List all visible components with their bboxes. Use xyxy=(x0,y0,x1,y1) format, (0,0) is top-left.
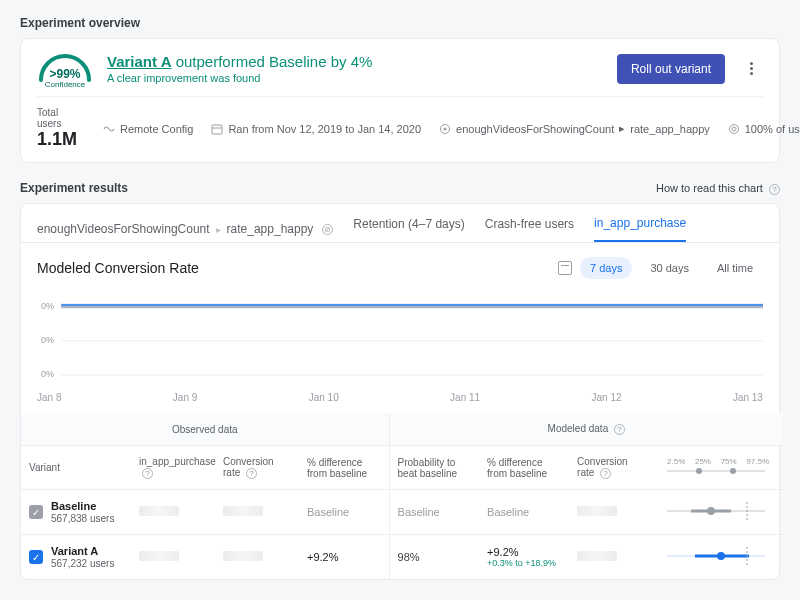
more-menu-button[interactable] xyxy=(739,57,763,81)
col-confidence-interval: 2.5%25%75%97.5% xyxy=(653,446,783,490)
calendar-icon xyxy=(211,123,223,135)
overview-headline: Variant A outperformed Baseline by 4% A … xyxy=(107,53,603,84)
tab-retention[interactable]: Retention (4–7 days) xyxy=(353,217,464,241)
results-card: enoughVideosForShowingCount ▸ rate_app_h… xyxy=(20,203,780,580)
calendar-icon[interactable] xyxy=(558,261,572,275)
results-table: Observed data Modeled data ? Variant in_… xyxy=(21,413,783,579)
variant-checkbox[interactable]: ✓ xyxy=(29,550,43,564)
col-conversion: Conversion rate ? xyxy=(215,446,299,490)
svg-rect-1 xyxy=(212,125,222,134)
modeled-data-header: Modeled data ? xyxy=(389,413,783,446)
col-probability: Probability to beat baseline xyxy=(389,446,479,490)
confidence-sparkline xyxy=(653,490,783,535)
observed-data-header: Observed data xyxy=(21,413,389,446)
redacted-value xyxy=(577,551,617,561)
svg-text:0%: 0% xyxy=(41,301,54,311)
col-diff-modeled: % difference from baseline xyxy=(479,446,569,490)
svg-point-6 xyxy=(732,127,736,131)
range-30-days[interactable]: 30 days xyxy=(640,257,699,279)
target-icon xyxy=(439,123,451,135)
help-icon[interactable]: ? xyxy=(142,468,153,479)
range-all-time[interactable]: All time xyxy=(707,257,763,279)
remote-config-icon xyxy=(103,123,115,135)
results-tabs: enoughVideosForShowingCount ▸ rate_app_h… xyxy=(21,204,779,243)
confidence-gauge: >99% Confidence xyxy=(37,54,93,84)
redacted-value xyxy=(577,506,617,516)
tab-crumb-event[interactable]: rate_app_happy xyxy=(227,222,314,236)
breadcrumb-sep-icon: ▸ xyxy=(619,122,625,135)
winning-variant-link[interactable]: Variant A xyxy=(107,53,171,70)
confidence-label: Confidence xyxy=(37,80,93,89)
overview-section-label: Experiment overview xyxy=(20,16,780,30)
redacted-value xyxy=(223,506,263,516)
chart-title: Modeled Conversion Rate xyxy=(37,260,199,276)
results-section-label: Experiment results xyxy=(20,181,128,195)
svg-point-17 xyxy=(696,468,702,474)
tab-crash-free[interactable]: Crash-free users xyxy=(485,217,574,241)
col-iap: in_app_purchase ? xyxy=(131,446,215,490)
svg-point-5 xyxy=(729,124,738,133)
help-icon[interactable]: ⊘ xyxy=(322,224,333,235)
redacted-value xyxy=(139,506,179,516)
help-icon[interactable]: ? xyxy=(614,424,625,435)
tab-crumb-metric[interactable]: enoughVideosForShowingCount xyxy=(37,222,210,236)
svg-text:0%: 0% xyxy=(41,369,54,379)
svg-point-18 xyxy=(730,468,736,474)
svg-text:0%: 0% xyxy=(41,335,54,345)
rollout-button[interactable]: Roll out variant xyxy=(617,54,725,84)
table-row-baseline: ✓ Baseline 567,838 users Baseline Baseli… xyxy=(21,490,783,535)
tab-in-app-purchase[interactable]: in_app_purchase xyxy=(594,216,686,242)
chart-x-axis: Jan 8Jan 9Jan 10Jan 11Jan 12Jan 13 xyxy=(21,390,779,413)
svg-point-25 xyxy=(717,552,725,560)
help-link[interactable]: How to read this chart ? xyxy=(656,182,780,195)
col-variant: Variant xyxy=(21,446,131,490)
redacted-value xyxy=(223,551,263,561)
meta-remote-config: Remote Config xyxy=(103,123,193,135)
total-users: Total users 1.1M xyxy=(37,107,77,150)
redacted-value xyxy=(139,551,179,561)
svg-text:>99%: >99% xyxy=(49,67,80,81)
meta-date-range: Ran from Nov 12, 2019 to Jan 14, 2020 xyxy=(211,123,421,135)
help-icon[interactable]: ? xyxy=(600,468,611,479)
breadcrumb-sep-icon: ▸ xyxy=(216,224,221,235)
overview-subhead: A clear improvement was found xyxy=(107,72,603,84)
table-row-variant-a: ✓ Variant A 567,232 users +9.2% 98% +9.2… xyxy=(21,535,783,580)
col-conversion-modeled: Conversion rate ? xyxy=(569,446,653,490)
svg-point-4 xyxy=(444,127,447,130)
help-icon[interactable]: ? xyxy=(246,468,257,479)
overview-card: >99% Confidence Variant A outperformed B… xyxy=(20,38,780,163)
kebab-icon xyxy=(750,62,753,75)
svg-point-21 xyxy=(707,507,715,515)
col-diff-observed: % difference from baseline xyxy=(299,446,389,490)
target-icon xyxy=(728,123,740,135)
chart-area: 0% 0% 0% xyxy=(21,285,779,390)
help-icon: ? xyxy=(769,184,780,195)
confidence-sparkline xyxy=(653,535,783,580)
svg-rect-15 xyxy=(61,303,763,309)
variant-checkbox[interactable]: ✓ xyxy=(29,505,43,519)
meta-metric: enoughVideosForShowingCount ▸ rate_app_h… xyxy=(439,122,710,135)
range-7-days[interactable]: 7 days xyxy=(580,257,632,279)
meta-matching: 100% of users matching 1 criteria xyxy=(728,123,800,135)
